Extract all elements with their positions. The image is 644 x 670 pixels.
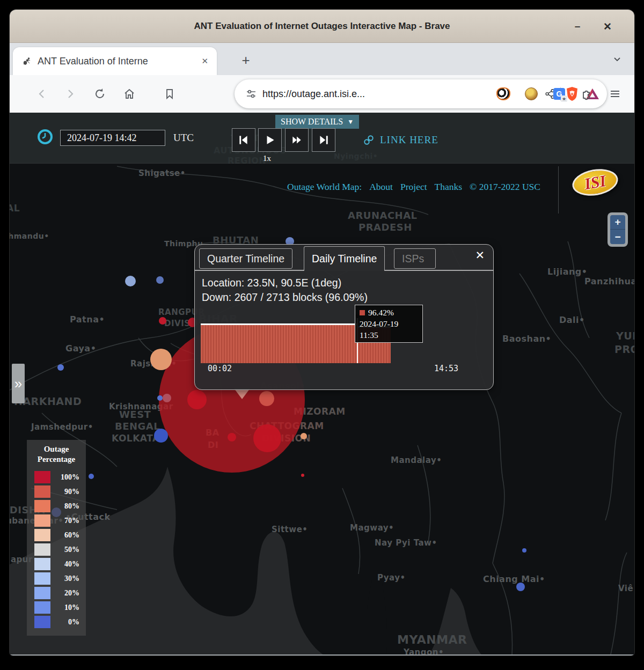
legend-row: 60% [27,528,86,542]
tooltip-timestamp: 2024-07-19 11:35 [360,318,418,341]
new-tab-button[interactable]: + [235,49,257,71]
fast-forward-button[interactable] [285,128,309,152]
tab-search-chevron-icon[interactable] [610,51,625,67]
map-label: thmandu• [10,232,49,240]
map-label: Panzhihua• [584,276,634,286]
map-label: Jamshedpur• [31,422,93,432]
outage-marker[interactable] [159,317,166,325]
outage-marker[interactable] [154,429,168,443]
sidebar-toggle[interactable]: » [12,364,25,403]
back-icon[interactable] [30,82,54,106]
timeline-bars-before-cursor[interactable] [201,323,357,363]
minimize-button[interactable]: – [566,10,589,43]
popup-tab-isps: ISPs [394,248,436,269]
play-button[interactable] [258,128,282,152]
forward-icon[interactable] [58,82,82,106]
bookmark-icon[interactable] [158,82,181,106]
map-label: MYANMAR [397,633,467,646]
link-here-label: LINK HERE [380,134,438,146]
legend-row: 80% [27,499,86,513]
reload-icon[interactable] [88,82,112,106]
privacy-badger-extension-icon[interactable] [492,82,515,106]
google-translate-extension-icon[interactable]: G [547,82,571,106]
datetime-input[interactable] [60,130,165,146]
show-details-button[interactable]: SHOW DETAILS ▼ [275,115,359,129]
link-icon [363,134,375,146]
zoom-in-button[interactable]: + [610,215,625,230]
legend-label: 80% [50,502,79,511]
legend-label: 10% [50,603,79,612]
outage-marker[interactable] [516,583,525,591]
outage-marker[interactable] [301,474,304,477]
url-text[interactable]: https://outage.ant.isi.e... [262,89,365,100]
legend-swatch [34,587,50,599]
link-here[interactable]: LINK HERE [363,134,438,146]
axis-end-label: 14:53 [434,364,458,373]
legend-label: 100% [50,473,79,482]
home-icon[interactable] [118,82,141,106]
tab-close-icon[interactable]: ✕ [199,56,210,66]
browser-toolbar: https://outage.ant.isi.e... [10,75,634,113]
outage-marker[interactable] [259,391,274,406]
outage-marker[interactable] [228,433,236,441]
about-link[interactable]: About [369,181,393,193]
skip-to-start-button[interactable] [232,128,255,152]
map-label: Chiang Mai• [483,574,545,584]
legend-swatch [34,572,50,585]
skip-to-end-button[interactable] [312,128,335,152]
outage-marker[interactable] [156,276,164,284]
tab-title: ANT Evaluation of Interne [38,56,199,67]
outage-marker[interactable] [163,394,171,402]
legend-swatch [34,543,50,556]
outage-map-page: TIBETAUTONOMOUSREGIONNyingchi•Shigatse•A… [10,113,634,656]
outage-marker[interactable] [89,474,94,479]
outage-marker[interactable] [301,433,307,439]
outage-marker[interactable] [150,349,172,370]
playback-speed-label: 1x [263,154,271,163]
legend-row: 90% [27,484,86,499]
menu-hamburger-icon[interactable] [603,82,627,106]
legend-label: 90% [50,488,79,496]
legend-label: 50% [50,546,79,554]
timeline-tooltip: 96.42% 2024-07-19 11:35 [355,305,423,343]
legend-label: 70% [50,517,79,525]
legend-swatch [34,529,50,541]
outage-marker[interactable] [187,390,207,409]
legend-swatch [34,601,50,614]
site-settings-icon[interactable] [245,88,257,100]
outage-marker[interactable] [253,424,281,452]
monkey-extension-icon[interactable] [519,82,543,106]
map-label: Mandalay• [391,455,442,465]
legend-label: 20% [50,589,79,598]
legend-row: 40% [27,557,86,571]
browser-tab[interactable]: ANT Evaluation of Interne ✕ [13,47,217,75]
zoom-out-button[interactable]: − [610,230,625,244]
close-window-button[interactable]: ✕ [596,10,619,43]
legend-swatch [34,485,50,498]
popup-tab-quarter-timeline[interactable]: Quarter Timeline [199,248,292,269]
map-label: YUN [616,330,634,342]
outage-marker[interactable] [157,395,163,401]
outage-legend: Outage Percentage 100%90%80%70%60%50%40%… [27,440,86,636]
popup-close-icon[interactable]: ✕ [475,249,485,262]
outage-detail-popup: Quarter TimelineDaily TimelineISPs ✕ Loc… [194,244,494,390]
outage-marker[interactable] [57,364,64,371]
popup-tab-daily-timeline[interactable]: Daily Timeline [304,246,385,271]
window-titlebar: ANT Evaluation of Internet Outages Inter… [10,10,634,43]
map-label: Gaya• [65,343,96,354]
map-label: Patna• [70,314,105,325]
extensions-puzzle-icon[interactable] [575,82,599,106]
tab-strip: ANT Evaluation of Interne ✕ + [10,43,634,75]
map-label: Baoshan• [502,334,551,344]
outage-marker[interactable] [522,548,526,553]
thanks-link[interactable]: Thanks [435,181,463,193]
copyright-text: © 2017-2022 USC [470,181,540,193]
legend-swatch [34,558,50,570]
map-label: Magway• [350,523,394,533]
popup-pointer [234,388,250,399]
map-label: Shigatse• [138,168,186,178]
map-label: AL [10,203,20,213]
project-link[interactable]: Project [400,181,427,193]
outage-marker[interactable] [125,276,136,286]
legend-row: 100% [27,470,86,484]
